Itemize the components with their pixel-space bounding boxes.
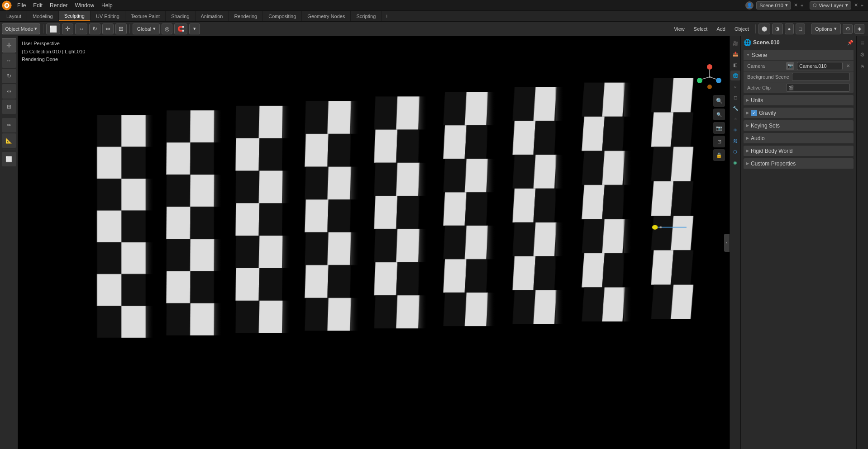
view-layer-close-btn[interactable]: ✕: [854, 2, 858, 8]
props-tab-material[interactable]: ◉: [730, 157, 740, 167]
menu-file[interactable]: File: [14, 0, 29, 10]
ws-tab-shading[interactable]: Shading: [166, 11, 195, 21]
camera-row: Camera 📷 Camera.010 ✕: [744, 61, 854, 71]
props-tab-object[interactable]: ◻: [730, 92, 740, 102]
scene-new-btn[interactable]: +: [801, 3, 803, 8]
viewport-gizmo[interactable]: [696, 63, 723, 90]
props-tab-data[interactable]: ⬡: [730, 147, 740, 156]
tool-transform[interactable]: ⊞: [2, 99, 16, 114]
frame-all-btn[interactable]: ⊡: [713, 136, 725, 147]
ws-tab-geometry[interactable]: Geometry Nodes: [302, 11, 351, 21]
gravity-section-label: Gravity: [759, 110, 776, 116]
section-rigid-body-header[interactable]: ▶ Rigid Body World: [744, 146, 854, 156]
lock-camera-btn[interactable]: 🔒: [713, 149, 725, 161]
options-dropdown[interactable]: Options ▾: [811, 24, 841, 34]
ws-tab-animation[interactable]: Animation: [196, 11, 229, 21]
props-tab-constraint[interactable]: ⛓: [730, 136, 740, 146]
ws-tab-modeling[interactable]: Modeling: [27, 11, 59, 21]
props-tab-scene[interactable]: 🌐: [730, 71, 740, 80]
section-units-header[interactable]: ▶ Units: [744, 95, 854, 106]
props-tab-modifier[interactable]: 🔧: [730, 103, 740, 113]
tool-move[interactable]: ↔: [2, 53, 16, 68]
props-tab-viewlayer[interactable]: ◧: [730, 60, 740, 70]
tool-add-cube[interactable]: ⬜: [2, 152, 16, 166]
scene-selector[interactable]: Scene.010 ▾: [756, 1, 791, 9]
viewport-menu-view[interactable]: View: [670, 24, 688, 34]
toolbar-rotate[interactable]: ↻: [89, 24, 100, 34]
toolbar-far-right[interactable]: 🖱: [858, 61, 868, 71]
view-layer-selector[interactable]: ⬡ View Layer ▾: [810, 1, 851, 9]
options-label: Options: [815, 26, 832, 32]
section-gravity-header[interactable]: ▶ ✓ Gravity: [744, 108, 854, 118]
toolbar-cursor[interactable]: ✛: [62, 24, 73, 34]
camera-value[interactable]: Camera.010: [797, 62, 843, 70]
props-tab-world[interactable]: ○: [730, 81, 740, 91]
ws-tab-texture[interactable]: Texture Paint: [125, 11, 166, 21]
bg-scene-label: Background Scene: [747, 74, 789, 80]
panel-toggle-right[interactable]: ‹: [724, 234, 730, 252]
ws-tab-sculpting[interactable]: Sculpting: [59, 11, 91, 21]
menu-help[interactable]: Help: [98, 0, 116, 10]
scene-close-btn[interactable]: ✕: [794, 2, 798, 8]
props-tab-output[interactable]: 📤: [730, 49, 740, 59]
section-scene-header[interactable]: ▼ Scene: [744, 50, 854, 61]
tool-measure[interactable]: 📐: [2, 133, 16, 148]
viewport-menu-add[interactable]: Add: [713, 24, 729, 34]
object-mode-dropdown[interactable]: Object Mode ▾: [2, 24, 40, 34]
outliner-btn[interactable]: ≡: [858, 38, 868, 48]
props-tab-physics[interactable]: ⚛: [730, 125, 740, 135]
section-custom-props-header[interactable]: ▶ Custom Properties: [744, 158, 854, 169]
shading-solid[interactable]: ⬤: [758, 24, 770, 34]
viewport-menu-object[interactable]: Object: [731, 24, 753, 34]
camera-view-btn[interactable]: 📷: [713, 122, 725, 134]
ws-tab-compositing[interactable]: Compositing: [263, 11, 302, 21]
snap-dropdown[interactable]: ▾: [189, 24, 200, 34]
toolbar-transform[interactable]: ⊞: [115, 24, 127, 34]
xray-toggle[interactable]: ◈: [854, 24, 864, 34]
properties-btn[interactable]: ⚙: [858, 50, 868, 60]
tool-scale[interactable]: ⇔: [2, 84, 16, 99]
ws-tab-scripting[interactable]: Scripting: [351, 11, 382, 21]
right-panel: 🎥 📤 ◧ 🌐 ○ ◻ 🔧 ⁘ ⚛ ⛓ ⬡: [730, 36, 856, 449]
proportional-edit[interactable]: ◎: [162, 24, 172, 34]
global-dropdown[interactable]: Global ▾: [133, 24, 160, 34]
shading-material[interactable]: ◑: [772, 24, 783, 34]
toolbar-sep-1: [43, 24, 43, 33]
props-tab-particle[interactable]: ⁘: [730, 114, 740, 124]
camera-close[interactable]: ✕: [846, 63, 850, 68]
menu-render[interactable]: Render: [46, 0, 71, 10]
zoom-out-btn[interactable]: 🔍: [713, 109, 725, 120]
viewport-menu-select[interactable]: Select: [690, 24, 711, 34]
gravity-checkbox[interactable]: ✓: [751, 110, 757, 116]
snap-toggle[interactable]: 🧲: [174, 24, 187, 34]
pin-btn[interactable]: 📌: [847, 40, 854, 46]
toolbar-move[interactable]: ↔: [75, 24, 87, 34]
tool-annotate[interactable]: ✏: [2, 118, 16, 132]
toolbar-select-box[interactable]: ⬜: [46, 24, 60, 34]
shading-rendered[interactable]: ●: [785, 24, 794, 34]
viewport-right-tools: 🔍 🔍 📷 ⊡ 🔒: [713, 95, 725, 161]
shading-wireframe[interactable]: □: [796, 24, 805, 34]
keying-sets-arrow: ▶: [746, 123, 749, 128]
menu-window[interactable]: Window: [71, 0, 98, 10]
menu-edit[interactable]: Edit: [29, 0, 46, 10]
props-tab-render[interactable]: 🎥: [730, 38, 740, 48]
ws-tab-uv[interactable]: UV Editing: [91, 11, 125, 21]
ws-tab-add[interactable]: +: [382, 11, 392, 21]
bg-scene-value[interactable]: [792, 73, 850, 81]
section-keying-sets-header[interactable]: ▶ Keying Sets: [744, 120, 854, 131]
toolbar-scale[interactable]: ⇔: [102, 24, 114, 34]
zoom-in-btn[interactable]: 🔍: [713, 95, 725, 107]
view-layer-icon: ⬡: [813, 3, 817, 8]
scene-canvas: [18, 36, 730, 449]
overlay-toggle[interactable]: ⊙: [843, 24, 853, 34]
view-layer-new-btn[interactable]: +: [861, 3, 863, 8]
section-audio: ▶ Audio: [744, 133, 854, 144]
tool-rotate[interactable]: ↻: [2, 69, 16, 83]
active-clip-value[interactable]: 🎬: [786, 84, 850, 92]
section-audio-header[interactable]: ▶ Audio: [744, 133, 854, 144]
viewport-3d[interactable]: User Perspective (1) Collection.010 | Li…: [18, 36, 730, 449]
ws-tab-layout[interactable]: Layout: [1, 11, 27, 21]
tool-cursor[interactable]: ✛: [2, 38, 16, 52]
ws-tab-rendering[interactable]: Rendering: [229, 11, 263, 21]
